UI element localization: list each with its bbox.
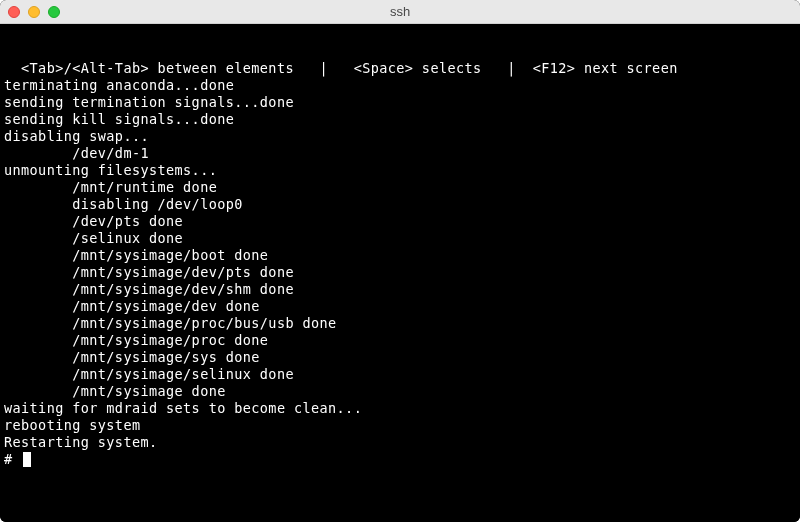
terminal-window: ssh <Tab>/<Alt-Tab> between elements | <… <box>0 0 800 522</box>
terminal-line: /dev/dm-1 <box>4 145 796 162</box>
terminal-line: /mnt/sysimage/dev/shm done <box>4 281 796 298</box>
terminal-line: <Tab>/<Alt-Tab> between elements | <Spac… <box>4 60 796 77</box>
terminal-line: /selinux done <box>4 230 796 247</box>
window-title: ssh <box>390 4 410 19</box>
terminal-line: /mnt/sysimage done <box>4 383 796 400</box>
terminal-line: disabling swap... <box>4 128 796 145</box>
terminal-line: disabling /dev/loop0 <box>4 196 796 213</box>
terminal-line: /mnt/sysimage/dev/pts done <box>4 264 796 281</box>
terminal-line: Restarting system. <box>4 434 796 451</box>
terminal-line: terminating anaconda...done <box>4 77 796 94</box>
terminal-line: /mnt/sysimage/dev done <box>4 298 796 315</box>
minimize-icon[interactable] <box>28 6 40 18</box>
terminal-line: unmounting filesystems... <box>4 162 796 179</box>
terminal-line: sending termination signals...done <box>4 94 796 111</box>
prompt: # <box>4 451 21 467</box>
cursor-icon <box>23 452 31 467</box>
terminal-line: rebooting system <box>4 417 796 434</box>
close-icon[interactable] <box>8 6 20 18</box>
terminal-line: /dev/pts done <box>4 213 796 230</box>
terminal-line: /mnt/sysimage/proc done <box>4 332 796 349</box>
terminal-line: /mnt/sysimage/proc/bus/usb done <box>4 315 796 332</box>
terminal-line: /mnt/sysimage/boot done <box>4 247 796 264</box>
terminal-line: /mnt/sysimage/sys done <box>4 349 796 366</box>
terminal-line: /mnt/sysimage/selinux done <box>4 366 796 383</box>
titlebar[interactable]: ssh <box>0 0 800 24</box>
terminal-content[interactable]: <Tab>/<Alt-Tab> between elements | <Spac… <box>0 24 800 522</box>
terminal-line: waiting for mdraid sets to become clean.… <box>4 400 796 417</box>
zoom-icon[interactable] <box>48 6 60 18</box>
prompt-line: # <box>4 451 796 468</box>
terminal-line: /mnt/runtime done <box>4 179 796 196</box>
traffic-lights <box>8 6 60 18</box>
terminal-line: sending kill signals...done <box>4 111 796 128</box>
